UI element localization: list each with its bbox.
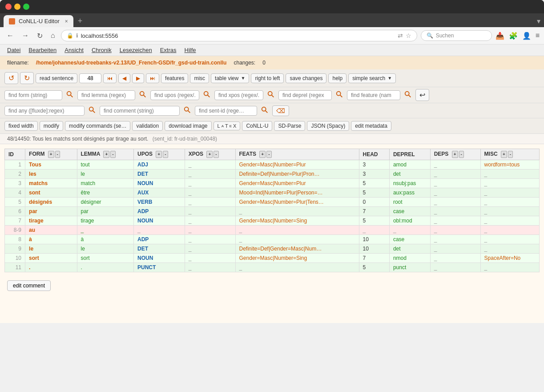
table-cell[interactable]: 0 xyxy=(359,198,389,207)
table-cell[interactable]: _ xyxy=(185,235,235,244)
table-cell[interactable]: _ xyxy=(480,207,539,216)
table-cell[interactable]: _ xyxy=(235,263,359,272)
table-cell[interactable]: désigner xyxy=(77,198,133,207)
table-cell[interactable]: _ xyxy=(480,244,539,254)
table-cell[interactable]: 3 xyxy=(359,170,389,179)
table-cell[interactable]: Gender=Masc|Number=Plur xyxy=(235,160,359,170)
table-cell[interactable]: 7 xyxy=(359,207,389,216)
refresh-button[interactable]: ↻ xyxy=(35,31,45,41)
redo-button[interactable]: ↻ xyxy=(20,72,34,84)
table-cell[interactable]: _ xyxy=(430,226,480,235)
find-sentid-search-button[interactable] xyxy=(259,105,270,116)
menu-hilfe[interactable]: Hilfe xyxy=(181,45,200,55)
menu-chronik[interactable]: Chronik xyxy=(88,45,115,55)
find-upos-search-button[interactable] xyxy=(201,89,213,101)
menu-extras[interactable]: Extras xyxy=(157,45,180,55)
table-cell[interactable]: NOUN xyxy=(134,216,185,226)
table-row[interactable]: 6parparADP__7case__ xyxy=(5,207,540,216)
table-cell[interactable]: _ xyxy=(185,216,235,226)
table-cell[interactable]: _ xyxy=(185,198,235,207)
find-comment-input[interactable] xyxy=(100,106,180,116)
table-row[interactable]: 1ToustoutADJ_Gender=Masc|Number=Plur3amo… xyxy=(5,160,540,170)
table-row[interactable]: 9leleDET_Definite=Def|Gender=Masc|Num…10… xyxy=(5,244,540,254)
menu-ansicht[interactable]: Ansicht xyxy=(61,45,87,55)
menu-lesezeichen[interactable]: Lesezeichen xyxy=(116,45,156,55)
table-cell[interactable]: 10 xyxy=(5,254,25,263)
table-cell[interactable]: _ xyxy=(430,207,480,216)
table-cell[interactable]: Definite=Def|Number=Plur|Pron… xyxy=(235,170,359,179)
conllu-button[interactable]: CoNLL-U xyxy=(242,121,272,131)
table-cell[interactable]: _ xyxy=(430,160,480,170)
table-cell[interactable]: sort xyxy=(25,254,77,263)
form-col-remove[interactable]: - xyxy=(55,151,60,158)
table-cell[interactable]: ADJ xyxy=(134,160,185,170)
table-cell[interactable]: Gender=Masc|Number=Plur xyxy=(235,179,359,188)
table-row[interactable]: 8ààADP__10case__ xyxy=(5,235,540,244)
table-cell[interactable]: ADP xyxy=(134,207,185,216)
features-button[interactable]: features xyxy=(161,73,188,83)
table-cell[interactable]: AUX xyxy=(134,188,185,198)
edit-metadata-button[interactable]: edit metadata xyxy=(351,121,391,131)
table-cell[interactable]: _ xyxy=(185,226,235,235)
table-cell[interactable]: 6 xyxy=(5,207,25,216)
table-cell[interactable]: root xyxy=(389,198,430,207)
table-cell[interactable]: 7 xyxy=(359,254,389,263)
table-cell[interactable]: 4 xyxy=(5,188,25,198)
table-cell[interactable]: au xyxy=(25,226,77,235)
table-row[interactable]: 2lesleDET_Definite=Def|Number=Plur|Pron…… xyxy=(5,170,540,179)
find-feature-input[interactable] xyxy=(347,90,400,100)
table-cell[interactable]: case xyxy=(389,207,430,216)
table-cell[interactable]: les xyxy=(25,170,77,179)
edit-comment-button[interactable]: edit comment xyxy=(7,280,51,291)
table-cell[interactable]: nmod xyxy=(389,254,430,263)
table-cell[interactable]: det xyxy=(389,244,430,254)
json-spacy-button[interactable]: JSON (Spacy) xyxy=(307,121,349,131)
table-row[interactable]: 11..PUNCT__5punct__ xyxy=(5,263,540,272)
table-row[interactable]: 7tiragetirageNOUN_Gender=Masc|Number=Sin… xyxy=(5,216,540,226)
table-cell[interactable]: amod xyxy=(389,160,430,170)
table-cell[interactable]: 3 xyxy=(5,179,25,188)
table-cell[interactable]: NOUN xyxy=(134,179,185,188)
table-cell[interactable]: 5 xyxy=(359,188,389,198)
table-cell[interactable]: _ xyxy=(430,198,480,207)
table-cell[interactable]: _ xyxy=(430,170,480,179)
table-cell[interactable]: det xyxy=(389,170,430,179)
sentence-number-input[interactable] xyxy=(79,73,101,83)
clear-sentid-button[interactable]: ⌫ xyxy=(272,105,289,116)
table-cell[interactable]: 5 xyxy=(359,263,389,272)
table-row[interactable]: 10sortsortNOUN_Gender=Masc|Number=Sing7n… xyxy=(5,254,540,263)
misc-col-add[interactable]: + xyxy=(501,151,507,158)
table-cell[interactable]: _ xyxy=(430,216,480,226)
table-cell[interactable]: punct xyxy=(389,263,430,272)
table-cell[interactable]: 5 xyxy=(5,198,25,207)
find-feature-search-button[interactable] xyxy=(402,89,414,101)
table-cell[interactable]: tirage xyxy=(77,216,133,226)
upos-col-remove[interactable]: - xyxy=(163,151,168,158)
table-cell[interactable]: _ xyxy=(430,254,480,263)
latex-button[interactable]: LATEX xyxy=(214,121,241,130)
table-cell[interactable]: le xyxy=(77,170,133,179)
modify-commands-button[interactable]: modify commands (se… xyxy=(65,121,130,131)
home-button[interactable]: ⌂ xyxy=(48,31,57,40)
menu-datei[interactable]: Datei xyxy=(4,45,24,55)
find-deprel-search-button[interactable] xyxy=(334,89,345,101)
table-cell[interactable]: NOUN xyxy=(134,254,185,263)
table-cell[interactable]: _ xyxy=(430,179,480,188)
table-row[interactable]: 8-9au________ xyxy=(5,226,540,235)
lemma-col-remove[interactable]: - xyxy=(110,151,115,158)
table-cell[interactable]: désignés xyxy=(25,198,77,207)
table-cell[interactable]: 11 xyxy=(5,263,25,272)
table-cell[interactable]: 8 xyxy=(5,235,25,244)
find-lemma-input[interactable] xyxy=(77,90,135,100)
read-sentence-button[interactable]: read sentence xyxy=(36,73,77,83)
table-cell[interactable]: _ xyxy=(430,235,480,244)
table-cell[interactable]: _ xyxy=(430,263,480,272)
misc-col-remove[interactable]: - xyxy=(508,151,513,158)
active-tab[interactable]: CoNLL-U Editor × xyxy=(4,15,73,27)
table-row[interactable]: 3matchsmatchNOUN_Gender=Masc|Number=Plur… xyxy=(5,179,540,188)
deps-col-remove[interactable]: - xyxy=(459,151,464,158)
table-cell[interactable]: Mood=Ind|Number=Plur|Person=… xyxy=(235,188,359,198)
find-any-search-button[interactable] xyxy=(86,105,98,116)
save-changes-button[interactable]: save changes xyxy=(286,73,326,83)
download-image-button[interactable]: download image xyxy=(165,121,211,131)
